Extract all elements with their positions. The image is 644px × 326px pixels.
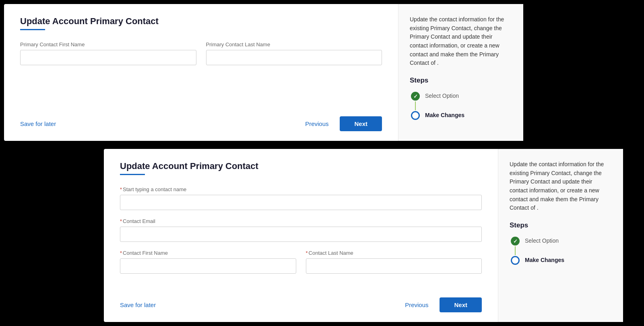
top-title-underline [20,29,45,30]
top-last-name-group: Primary Contact Last Name [206,41,382,65]
bottom-form-title: Update Account Primary Contact [120,161,482,171]
top-step-1-icon-col: ✓ [410,92,421,111]
top-last-name-label: Primary Contact Last Name [206,41,382,47]
bottom-first-name-label: *Contact First Name [120,250,296,256]
top-step-connector [415,101,416,110]
top-form-section: Update Account Primary Contact Primary C… [4,4,398,141]
top-form-title: Update Account Primary Contact [20,16,382,27]
bottom-sidebar: Update the contact information for the e… [498,149,623,322]
contact-name-required-star: * [120,186,122,192]
top-step-2-icon-col [410,111,421,120]
bottom-step-1-icon-col: ✓ [510,237,521,256]
top-step-1-label: Select Option [425,92,459,99]
bottom-sidebar-description: Update the contact information for the e… [510,160,612,213]
bottom-step-connector [515,246,516,255]
top-step-1-icon: ✓ [411,92,420,101]
top-first-name-label: Primary Contact First Name [20,41,196,47]
bottom-step-2-icon [511,256,520,265]
bottom-step-1-icon: ✓ [511,237,520,246]
top-save-later-button[interactable]: Save for later [20,120,56,127]
bottom-previous-button[interactable]: Previous [398,298,435,312]
top-steps-list: ✓ Select Option Make Changes [410,92,512,120]
top-step-2-icon [411,111,420,120]
top-nav-buttons: Previous Next [299,116,382,131]
bottom-contact-name-input[interactable] [120,195,482,210]
bottom-first-name-input[interactable] [120,258,296,274]
bottom-step-1-checkmark: ✓ [513,238,518,244]
bottom-last-name-label: *Contact Last Name [306,250,482,256]
top-step-2: Make Changes [410,111,512,120]
bottom-contact-name-group: *Start typing a contact name [120,186,482,210]
bottom-email-label: *Contact Email [120,218,482,224]
top-step-1: ✓ Select Option [410,92,512,111]
bottom-title-underline [120,174,145,175]
email-required-star: * [120,218,122,224]
top-first-name-input[interactable] [20,50,196,65]
first-name-required-star: * [120,250,122,256]
top-sidebar: Update the contact information for the e… [398,4,523,141]
top-panel: Update Account Primary Contact Primary C… [4,4,523,141]
top-sidebar-description: Update the contact information for the e… [410,15,512,68]
bottom-contact-name-label: *Start typing a contact name [120,186,482,192]
top-previous-button[interactable]: Previous [299,117,335,130]
bottom-steps-title: Steps [510,221,612,229]
top-step-1-checkmark: ✓ [413,93,418,99]
top-first-name-group: Primary Contact First Name [20,41,196,65]
bottom-nav-buttons: Previous Next [398,297,482,312]
top-name-row: Primary Contact First Name Primary Conta… [20,41,382,65]
bottom-last-name-input[interactable] [306,258,482,274]
bottom-form-footer: Save for later Previous Next [120,297,482,312]
bottom-step-2-label: Make Changes [525,256,564,263]
bottom-step-1: ✓ Select Option [510,237,612,256]
bottom-name-row: *Contact First Name *Contact Last Name [120,250,482,274]
bottom-last-name-group: *Contact Last Name [306,250,482,274]
bottom-contact-name-row: *Start typing a contact name [120,186,482,210]
bottom-email-row: *Contact Email [120,218,482,242]
last-name-required-star: * [306,250,308,256]
bottom-step-2: Make Changes [510,256,612,265]
top-next-button[interactable]: Next [340,116,382,131]
bottom-next-button[interactable]: Next [440,297,482,312]
top-last-name-input[interactable] [206,50,382,65]
top-form-footer: Save for later Previous Next [20,116,382,131]
top-step-2-label: Make Changes [425,111,464,118]
bottom-form-section: Update Account Primary Contact *Start ty… [104,149,498,322]
bottom-panel: Update Account Primary Contact *Start ty… [104,149,623,322]
bottom-first-name-group: *Contact First Name [120,250,296,274]
top-steps-title: Steps [410,76,512,85]
bottom-step-1-label: Select Option [525,237,559,244]
bottom-steps-list: ✓ Select Option Make Changes [510,237,612,265]
bottom-step-2-icon-col [510,256,521,265]
bottom-save-later-button[interactable]: Save for later [120,301,156,308]
bottom-email-group: *Contact Email [120,218,482,242]
bottom-email-input[interactable] [120,227,482,242]
